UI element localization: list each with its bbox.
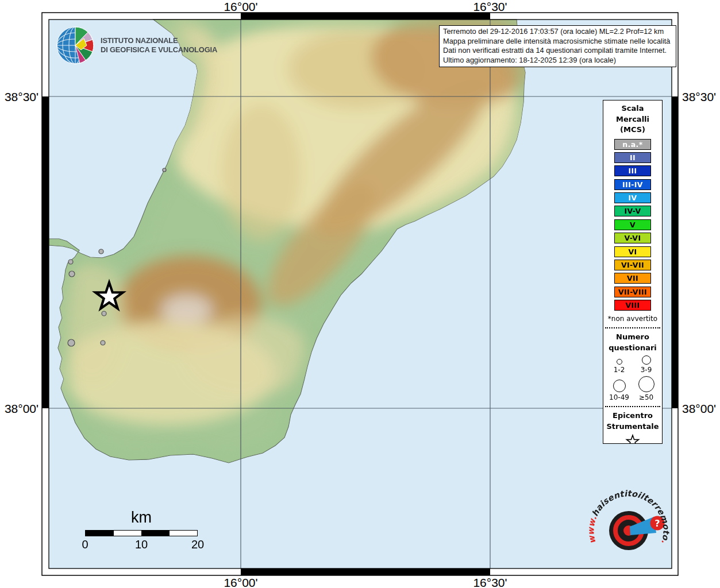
legend-swatch-vii-viii: VII-VIII [614,287,651,297]
q-circle-50plus-icon [638,376,654,392]
info-line-questionnaires: Dati non verificati estratti da 14 quest… [443,46,672,56]
axis-bottom-16-30: 16°30' [473,576,507,588]
ingv-line1: ISTITUTO NAZIONALE [101,36,217,45]
legend-swatch-v: V [614,219,651,230]
questionnaires-title: Numero questionari [603,332,662,353]
q-label-1-2: 1-2 [614,366,625,374]
axis-top-16-30: 16°30' [473,0,507,14]
legend-separator-1 [605,327,660,328]
scale-seg-1 [86,531,114,536]
legend-title-line2: Mercalli [603,114,662,125]
epi-title-line1: Epicentro [603,411,662,421]
scale-tick-0: 0 [82,538,88,551]
epi-title-line2: Strumentale [603,421,662,432]
q-label-50plus: ≥50 [639,393,653,401]
axis-top-16-00: 16°00' [224,0,257,14]
legend-scale-items: n.a.*IIIIIIII-IVIVIV-VVV-VIVIVI-VIIVIIVI… [603,139,662,311]
frame-tick-top [241,13,490,20]
legend-swatch-vii: VII [614,273,651,284]
scale-tick-20: 20 [191,538,204,551]
locality-dot [68,339,75,346]
scale-seg-3 [141,531,170,536]
axis-right-38-00: 38°00' [682,402,716,416]
locality-dot [99,249,103,254]
epicenter-title: Epicentro Strumentale [603,411,662,432]
q-size-3-9: 3-9 [633,355,660,374]
legend-separator-2 [605,406,660,407]
legend-title-line1: Scala [603,103,662,114]
legend-swatch-iii-iv: III-IV [614,179,651,190]
axis-left-38-00: 38°00' [1,402,38,416]
legend-title-line3: (MCS) [603,125,662,136]
ingv-wordmark: ISTITUTO NAZIONALE DI GEOFISICA E VULCAN… [101,36,217,55]
legend-swatch-vi-vii: VI-VII [614,260,651,270]
macroseismic-map-page: 16°00' 16°30' 16°00' 16°30' 38°30' 38°00… [0,0,720,588]
info-line-updated: Ultimo aggiornamento: 18-12-2025 12:39 (… [443,56,672,65]
locality-dot [101,341,105,345]
locality-dot [69,271,75,277]
legend-swatch-v-vi: V-VI [614,233,651,243]
scale-bar: km 0 10 20 [85,509,198,552]
questionnaire-size-row-1: 1-2 3-9 [603,355,662,374]
legend-title: Scala Mercalli (MCS) [603,103,662,136]
ingv-globe-icon [56,26,95,65]
legend-footnote: *non avvertito [603,315,662,323]
q-circle-3-9-icon [642,355,651,365]
q-label-10-49: 10-49 [609,393,629,401]
frame-tick-bottom [241,568,490,575]
locality-dot [102,311,106,316]
legend-swatch-iv-v: IV-V [614,206,651,216]
q-size-1-2: 1-2 [606,359,633,374]
axis-bottom-16-00: 16°00' [224,576,257,588]
q-label-3-9: 3-9 [641,366,652,374]
info-line-map-desc: Mappa preliminare delle intensità macros… [443,37,672,47]
q-title-line1: Numero [603,332,662,343]
axis-right-38-30: 38°30' [682,90,716,104]
watermark-www: www. [586,514,598,544]
scale-seg-2 [114,531,142,536]
ingv-line2: DI GEOFISICA E VULCANOLOGIA [101,45,217,55]
legend-swatch-ii: II [614,152,651,163]
scale-bar-ticks: 0 10 20 [85,538,198,552]
legend-panel: Scala Mercalli (MCS) n.a.*IIIIIIII-IVIVI… [603,100,663,444]
frame-tick-left [42,96,49,408]
legend-swatch-n-a-: n.a.* [614,139,651,150]
event-info-box: Terremoto del 29-12-2016 17:03:57 (ora l… [439,25,676,67]
locality-dot [68,260,73,264]
legend-swatch-iv: IV [614,192,651,203]
scale-tick-10: 10 [135,538,148,551]
scale-seg-4 [170,531,198,536]
scale-bar-segments [85,530,198,536]
q-circle-1-2-icon [617,359,622,365]
legend-swatch-vi: VI [614,246,651,257]
legend-swatch-viii: VIII [614,300,651,311]
locality-dot [163,168,166,172]
axis-left-38-30: 38°30' [1,90,38,104]
info-line-event: Terremoto del 29-12-2016 17:03:57 (ora l… [443,27,672,37]
haisentitoilterremoto-logo: ? www.haisentitoilterremoto.it [582,483,676,578]
question-mark: ? [654,518,660,529]
epicenter-star-icon [625,433,641,444]
legend-swatch-iii: III [614,165,651,176]
q-size-50plus: ≥50 [633,376,660,401]
scale-bar-title: km [85,509,198,527]
ingv-logo: ISTITUTO NAZIONALE DI GEOFISICA E VULCAN… [56,26,222,65]
q-title-line2: questionari [603,343,662,354]
frame-tick-right [671,96,678,408]
questionnaire-size-row-2: 10-49 ≥50 [603,376,662,401]
q-size-10-49: 10-49 [606,380,633,401]
q-circle-10-49-icon [613,380,626,392]
